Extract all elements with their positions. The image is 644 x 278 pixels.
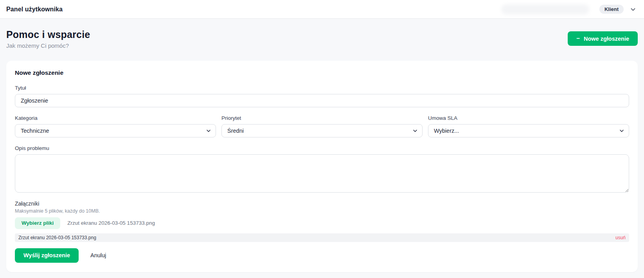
sla-select[interactable]: Wybierz... xyxy=(428,124,629,137)
file-picker-row: Wybierz pliki Zrzut ekranu 2026-03-05 15… xyxy=(15,217,629,229)
attached-file-row: Zrzut ekranu 2026-03-05 153733.png usuń xyxy=(15,233,629,242)
priority-field: Priorytet Średni xyxy=(221,115,423,137)
user-name-redacted xyxy=(501,4,589,14)
new-ticket-toggle-label: Nowe zgłoszenie xyxy=(584,36,629,42)
page-header: Pomoc i wsparcie Jak możemy Ci pomóc? − … xyxy=(0,19,644,49)
chevron-down-icon xyxy=(630,6,636,13)
description-textarea[interactable] xyxy=(15,154,629,193)
description-field: Opis problemu xyxy=(15,145,629,193)
new-ticket-toggle-button[interactable]: − Nowe zgłoszenie xyxy=(568,31,638,46)
page-subtitle: Jak możemy Ci pomóc? xyxy=(6,42,90,49)
attached-file-name: Zrzut ekranu 2026-03-05 153733.png xyxy=(18,235,96,240)
topbar-account-area: Klient xyxy=(501,4,637,14)
role-badge: Klient xyxy=(599,5,624,14)
description-label: Opis problemu xyxy=(15,145,629,151)
sla-field: Umowa SLA Wybierz... xyxy=(428,115,629,137)
choose-files-button[interactable]: Wybierz pliki xyxy=(15,217,60,229)
selects-row: Kategoria Techniczne Priorytet Średni xyxy=(15,115,629,137)
attachments-hint: Maksymalnie 5 plików, każdy do 10MB. xyxy=(15,208,629,214)
attachments-label: Załączniki xyxy=(15,200,629,207)
page-title: Pomoc i wsparcie xyxy=(6,29,90,40)
minus-icon: − xyxy=(576,35,580,42)
sla-label: Umowa SLA xyxy=(428,115,629,121)
category-field: Kategoria Techniczne xyxy=(15,115,216,137)
attachments-section: Załączniki Maksymalnie 5 plików, każdy d… xyxy=(15,200,629,242)
submit-ticket-button[interactable]: Wyślij zgłoszenie xyxy=(15,248,79,263)
page-header-text: Pomoc i wsparcie Jak możemy Ci pomóc? xyxy=(6,29,90,49)
category-label: Kategoria xyxy=(15,115,216,121)
category-select[interactable]: Techniczne xyxy=(15,124,216,137)
priority-label: Priorytet xyxy=(221,115,423,121)
form-heading: Nowe zgłoszenie xyxy=(15,69,629,76)
title-field-label: Tytuł xyxy=(15,85,629,91)
remove-file-button[interactable]: usuń xyxy=(615,235,626,240)
chosen-files-summary: Zrzut ekranu 2026-03-05 153733.png xyxy=(67,220,155,226)
title-input[interactable] xyxy=(15,94,629,107)
priority-select[interactable]: Średni xyxy=(221,124,423,137)
form-actions: Wyślij zgłoszenie Anuluj xyxy=(15,248,629,263)
cancel-button[interactable]: Anuluj xyxy=(90,252,106,258)
new-ticket-form-card: Nowe zgłoszenie Tytuł Kategoria Technicz… xyxy=(6,61,638,272)
account-menu-button[interactable] xyxy=(629,5,637,13)
topbar: Panel użytkownika Klient xyxy=(0,0,644,19)
app-title: Panel użytkownika xyxy=(6,6,63,13)
